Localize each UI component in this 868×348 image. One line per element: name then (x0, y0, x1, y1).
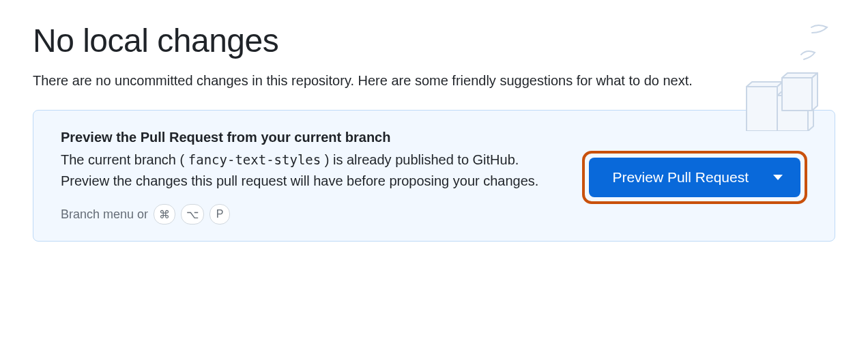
page-title: No local changes (33, 22, 835, 59)
caret-down-icon (773, 175, 783, 180)
page-subtitle: There are no uncommitted changes in this… (33, 70, 715, 91)
panel-heading: Preview the Pull Request from your curre… (61, 130, 558, 145)
panel-body-prefix: The current branch ( (61, 152, 188, 167)
button-label: Preview Pull Request (612, 169, 749, 186)
preview-pull-request-button[interactable]: Preview Pull Request (589, 158, 800, 197)
kbd-p-key: P (209, 204, 230, 224)
kbd-option-icon: ⌥ (181, 204, 204, 224)
branch-name: fancy-text-styles (188, 152, 321, 167)
kbd-command-icon: ⌘ (154, 204, 175, 224)
suggestion-panel: Preview the Pull Request from your curre… (33, 110, 835, 242)
button-highlight: Preview Pull Request (582, 151, 807, 204)
hint-prefix: Branch menu or (61, 207, 148, 222)
empty-state-illustration (726, 22, 835, 131)
panel-body: The current branch ( fancy-text-styles )… (61, 149, 558, 192)
shortcut-hint: Branch menu or ⌘ ⌥ P (61, 204, 558, 224)
